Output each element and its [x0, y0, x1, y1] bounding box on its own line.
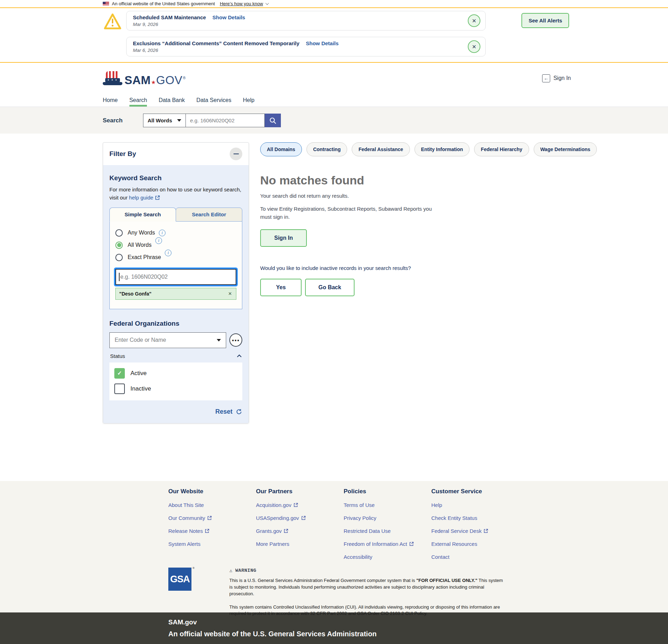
tab-search-editor[interactable]: Search Editor — [176, 208, 242, 222]
footer-link[interactable]: USASpending.gov — [256, 515, 344, 521]
federal-org-combobox[interactable]: Enter Code or Name — [109, 332, 226, 348]
radio-exact-phrase[interactable] — [115, 254, 123, 261]
radio-any-words[interactable] — [115, 229, 123, 237]
logo-gov-text: GOV — [156, 74, 182, 86]
sign-in-button[interactable]: Sign In — [260, 229, 307, 247]
footer-link[interactable]: System Alerts — [168, 541, 256, 547]
reset-link[interactable]: Reset — [215, 408, 232, 415]
close-icon[interactable]: × — [468, 14, 480, 27]
more-options-button[interactable]: ●●● — [229, 333, 242, 347]
warning-icon: ⚠ — [229, 568, 232, 574]
radio-exact-phrase-label: Exact Phrase — [128, 254, 161, 260]
uncle-sam-hat-icon: ★ ★ ★ — [103, 70, 122, 86]
inactive-checkbox[interactable] — [114, 384, 125, 394]
alert-card: Scheduled SAM Maintenance Show Details M… — [126, 11, 486, 30]
nav-item-home[interactable]: Home — [103, 94, 118, 107]
search-mode-value: All Words — [148, 117, 172, 123]
how-you-know-link[interactable]: Here’s how you know — [220, 1, 263, 6]
chevron-up-icon[interactable] — [237, 354, 242, 359]
external-link-icon — [207, 516, 212, 520]
radio-all-words[interactable] — [115, 242, 123, 249]
external-link-icon — [205, 529, 209, 533]
footer-link[interactable]: Grants.gov — [256, 528, 344, 534]
alert-date: Mar 6, 2026 — [133, 48, 461, 53]
footer-link[interactable]: Contact — [431, 554, 519, 560]
filter-by-title: Filter By — [109, 150, 136, 158]
domain-tab-federal-hierarchy[interactable]: Federal Hierarchy — [474, 142, 529, 156]
footer-link[interactable]: Freedom of Information Act — [344, 541, 431, 547]
gsa-logo-text: GSA — [170, 574, 190, 585]
sam-gov-logo[interactable]: ★ ★ ★ SAM ★ GOV ® — [103, 70, 185, 86]
registered-mark: ® — [183, 76, 185, 80]
footer-link[interactable]: More Partners — [256, 541, 344, 547]
footer-dark: SAM.gov An official website of the U.S. … — [0, 612, 668, 644]
keyword-search-heading: Keyword Search — [109, 174, 242, 182]
info-icon[interactable]: i — [159, 230, 166, 236]
nav-item-search[interactable]: Search — [129, 94, 147, 107]
footer-link[interactable]: About This Site — [168, 502, 256, 508]
domain-tab-wage-determinations[interactable]: Wage Determinations — [534, 142, 597, 156]
active-checkbox[interactable]: ✓ — [114, 368, 125, 379]
close-icon[interactable]: × — [468, 40, 480, 53]
search-mode-select[interactable]: All Words — [143, 114, 186, 127]
results-area: All Domains Contracting Federal Assistan… — [260, 142, 597, 296]
see-all-alerts-button[interactable]: See All Alerts — [521, 13, 569, 28]
help-guide-link[interactable]: help guide — [129, 194, 160, 202]
external-link-icon — [293, 503, 298, 507]
site-header: ★ ★ ★ SAM ★ GOV ® ← Sign In — [0, 63, 668, 94]
global-search-input[interactable] — [186, 114, 265, 127]
checkbox-row-active[interactable]: ✓ Active — [114, 368, 237, 379]
go-back-button[interactable]: Go Back — [305, 279, 355, 296]
info-icon[interactable]: i — [155, 237, 162, 244]
footer-link[interactable]: External Resources — [431, 541, 519, 547]
keyword-search-input[interactable] — [115, 269, 236, 285]
info-icon[interactable]: i — [165, 250, 171, 256]
footer-link-label: Grants.gov — [256, 528, 282, 534]
radio-any-words-label: Any Words — [128, 230, 155, 236]
nav-item-data-services[interactable]: Data Services — [196, 94, 231, 107]
footer-link[interactable]: Accessibility — [344, 554, 431, 560]
yes-button[interactable]: Yes — [260, 279, 302, 296]
footer-link[interactable]: Federal Service Desk — [431, 528, 519, 534]
search-band: Search All Words — [0, 107, 668, 134]
footer-link-label: Terms of Use — [344, 502, 375, 508]
footer-link-label: Privacy Policy — [344, 515, 376, 521]
keyword-chip-label: "Deso Gonfa" — [119, 291, 151, 297]
gov-banner: An official website of the United States… — [0, 0, 668, 8]
nav-item-help[interactable]: Help — [243, 94, 255, 107]
domain-tab-entity-information[interactable]: Entity Information — [414, 142, 470, 156]
show-details-link[interactable]: Show Details — [306, 40, 338, 46]
nav-item-data-bank[interactable]: Data Bank — [158, 94, 185, 107]
footer-link[interactable]: Release Notes — [168, 528, 256, 534]
reset-icon[interactable] — [236, 408, 242, 415]
checkbox-row-inactive[interactable]: Inactive — [114, 384, 237, 394]
footer-link[interactable]: Help — [431, 502, 519, 508]
footer-link[interactable]: Check Entity Status — [431, 515, 519, 521]
domain-tab-all-domains[interactable]: All Domains — [260, 142, 302, 156]
footer-link[interactable]: Restricted Data Use — [344, 528, 431, 534]
footer-link[interactable]: Terms of Use — [344, 502, 431, 508]
domain-tab-contracting[interactable]: Contracting — [306, 142, 348, 156]
federal-org-placeholder: Enter Code or Name — [115, 337, 166, 343]
remove-chip-icon[interactable]: × — [228, 291, 232, 297]
sign-in-label: Sign In — [553, 75, 571, 81]
chevron-down-icon — [177, 119, 181, 122]
footer-link[interactable]: Privacy Policy — [344, 515, 431, 521]
search-label: Search — [103, 117, 143, 124]
show-details-link[interactable]: Show Details — [212, 14, 245, 20]
tab-simple-search[interactable]: Simple Search — [109, 208, 176, 222]
collapse-filter-button[interactable] — [230, 148, 242, 160]
status-box: ✓ Active Inactive — [109, 362, 242, 400]
external-link-icon — [484, 529, 488, 533]
inactive-label: Inactive — [130, 385, 151, 392]
sign-in-link[interactable]: ← Sign In — [542, 74, 571, 82]
footer-link[interactable]: Acquisition.gov — [256, 502, 344, 508]
footer-column-our-website: Our Website About This Site Our Communit… — [168, 488, 256, 560]
search-button[interactable] — [265, 114, 281, 127]
content: Filter By Keyword Search For more inform… — [0, 134, 668, 481]
footer-column-our-partners: Our Partners Acquisition.gov USASpending… — [256, 488, 344, 560]
us-flag-icon — [103, 2, 109, 6]
external-link-icon — [155, 195, 160, 200]
domain-tab-federal-assistance[interactable]: Federal Assistance — [352, 142, 410, 156]
footer-link[interactable]: Our Community — [168, 515, 256, 521]
